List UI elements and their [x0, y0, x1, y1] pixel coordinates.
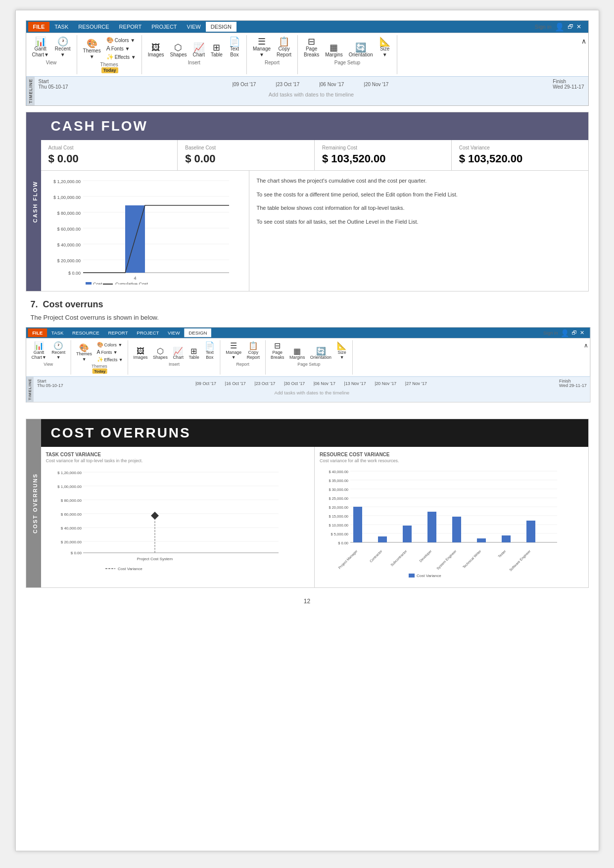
r2-recent-btn[interactable]: 🕐 Recent▼: [49, 341, 67, 361]
fonts-btn[interactable]: A Fonts ▼: [105, 45, 138, 52]
insert-group-label: Insert: [188, 60, 200, 65]
r2-fonts-btn[interactable]: A Fonts ▼: [95, 348, 124, 355]
r2-recent-icon: 🕐: [53, 342, 63, 350]
svg-text:$ 0.00: $ 0.00: [68, 271, 80, 276]
remaining-cost-value: $ 103,520.00: [322, 152, 444, 165]
r2-gantt-label: GanttChart▼: [31, 350, 46, 360]
r2-orientation-label: Orientation: [310, 355, 331, 360]
r2-copy-report-btn[interactable]: 📋 CopyReport: [245, 341, 261, 361]
r2-themes-btn[interactable]: 🎨 Themes▼: [74, 343, 94, 363]
r2-shapes-btn[interactable]: ⬡ Shapes: [151, 346, 169, 361]
gantt-icon: 📊: [35, 37, 46, 46]
timeline-row-2: TIMELINE StartThu 05-10-17 |09 Oct '17 |…: [26, 376, 590, 402]
page-setup-group-label: Page Setup: [334, 60, 360, 65]
recent-btn[interactable]: 🕐 Recent▼: [53, 36, 73, 59]
tab-resource[interactable]: RESOURCE: [73, 22, 114, 32]
r2-images-btn[interactable]: 🖼 Images: [132, 346, 149, 361]
r2-date-4: |30 Oct '17: [284, 381, 305, 386]
margins-btn[interactable]: ▦ Margins: [323, 42, 345, 59]
r2-chart-btn[interactable]: 📈 Chart: [171, 346, 185, 361]
svg-text:$ 80,000.00: $ 80,000.00: [57, 211, 81, 216]
sign-in-link[interactable]: Sign in: [535, 24, 552, 30]
table-btn[interactable]: ⊞ Table: [209, 42, 225, 59]
restore-icon[interactable]: 🗗: [567, 23, 573, 30]
insert-group-items: 🖼 Images ⬡ Shapes 📈 Chart ⊞ Table: [146, 36, 242, 59]
r2-restore-icon[interactable]: 🗗: [571, 330, 577, 336]
effects-btn[interactable]: ✨ Effects ▼: [105, 53, 138, 61]
page-setup-group-items: ⊟ PageBreaks ▦ Margins 🔄 Orientation 📐 S…: [302, 36, 393, 59]
tab-view[interactable]: VIEW: [182, 22, 206, 32]
size-btn[interactable]: 📐 Size▼: [377, 36, 393, 59]
r2-margins-icon: ▦: [293, 347, 301, 355]
desc-line-1: The chart shows the project's cumulative…: [257, 177, 581, 186]
section7-number: 7.: [31, 299, 38, 310]
report-group-label: Report: [265, 60, 280, 65]
r2-textbox-label: TextBox: [205, 350, 213, 360]
tab-file[interactable]: FILE: [28, 22, 50, 32]
svg-text:Cost Variance: Cost Variance: [417, 574, 441, 578]
copy-report-label: CopyReport: [277, 46, 291, 58]
textbox-btn[interactable]: 📄 TextBox: [227, 36, 242, 59]
r2-tab-file[interactable]: FILE: [28, 329, 47, 338]
actual-cost-card: Actual Cost $ 0.00: [41, 140, 178, 170]
r2-tab-report[interactable]: REPORT: [103, 329, 132, 338]
r2-close-icon[interactable]: ✕: [579, 330, 584, 336]
themes-label: Themes▼: [83, 48, 101, 60]
r2-page-breaks-btn[interactable]: ⊟ PageBreaks: [269, 341, 285, 361]
svg-text:$ 5,000.00: $ 5,000.00: [331, 532, 348, 536]
r2-tab-view[interactable]: VIEW: [163, 329, 184, 338]
r2-gantt-btn[interactable]: 📊 GanttChart▼: [29, 341, 47, 361]
manage-btn[interactable]: ☰ Manage▼: [251, 36, 273, 59]
shapes-btn[interactable]: ⬡ Shapes: [168, 42, 189, 59]
task-cost-variance-chart: TASK COST VARIANCE Cost variance for all…: [41, 447, 315, 587]
r2-tab-design[interactable]: DESIGN: [184, 329, 211, 338]
orientation-btn[interactable]: 🔄 Orientation: [347, 42, 375, 59]
chart-btn[interactable]: 📈 Chart: [190, 42, 206, 59]
r2-images-label: Images: [133, 355, 147, 360]
r2-orientation-btn[interactable]: 🔄 Orientation: [308, 346, 333, 361]
r2-margins-btn[interactable]: ▦ Margins: [287, 346, 306, 361]
tab-report[interactable]: REPORT: [114, 22, 147, 32]
cash-flow-description: The chart shows the project's cumulative…: [249, 171, 588, 291]
r2-manage-btn[interactable]: ☰ Manage▼: [224, 341, 243, 361]
r2-fonts-label: Fonts ▼: [101, 349, 117, 354]
collapse-ribbon-btn[interactable]: ∧: [579, 35, 588, 74]
r2-size-btn[interactable]: 📐 Size▼: [334, 341, 348, 361]
r2-table-btn[interactable]: ⊞ Table: [187, 346, 200, 361]
r2-shapes-icon: ⬡: [156, 347, 163, 355]
tab-task[interactable]: TASK: [49, 22, 73, 32]
tab-project[interactable]: PROJECT: [146, 22, 182, 32]
timeline-row-1: TIMELINE StartThu 05-10-17 |09 Oct '17 |…: [26, 76, 588, 105]
page-breaks-label: PageBreaks: [304, 46, 319, 58]
r2-tab-project[interactable]: PROJECT: [132, 329, 163, 338]
copy-report-btn[interactable]: 📋 CopyReport: [275, 36, 293, 59]
r2-effects-btn[interactable]: ✨ Effects ▼: [95, 356, 124, 363]
date-4: |20 Nov '17: [364, 82, 388, 87]
close-icon[interactable]: ✕: [576, 23, 581, 30]
svg-text:Technical Writer: Technical Writer: [462, 549, 482, 569]
svg-text:Software Engineer: Software Engineer: [509, 549, 532, 572]
tab-design[interactable]: DESIGN: [206, 22, 236, 32]
svg-text:$ 15,000.00: $ 15,000.00: [329, 514, 348, 519]
r2-tab-task[interactable]: TASK: [47, 329, 67, 338]
ribbon-body-1: 📊 GanttChart▼ 🕐 Recent▼ View 🎨 Themes▼: [26, 33, 588, 76]
colors-icon: 🎨: [106, 37, 114, 44]
themes-btn[interactable]: 🎨 Themes▼: [81, 38, 103, 61]
r2-insert-group: 🖼 Images ⬡ Shapes 📈 Chart ⊞ Table: [128, 340, 221, 375]
r2-collapse-btn[interactable]: ∧: [582, 340, 590, 375]
task-cost-svg: $ 1,20,000.00 $ 1,00,000.00 $ 80,000.00 …: [46, 467, 288, 581]
gantt-chart-btn[interactable]: 📊 GanttChart▼: [30, 36, 51, 59]
r2-tab-resource[interactable]: RESOURCE: [68, 329, 103, 338]
r2-user-icon: 👤: [560, 329, 569, 337]
resource-cost-variance-chart: RESOURCE COST VARIANCE Cost variance for…: [315, 447, 588, 587]
cash-flow-section: CASH FLOW CASH FLOW Actual Cost $ 0.00 B…: [26, 112, 589, 291]
colors-btn[interactable]: 🎨 Colors ▼: [105, 36, 138, 44]
images-icon: 🖼: [151, 43, 160, 52]
page-breaks-btn[interactable]: ⊟ PageBreaks: [302, 36, 321, 59]
r2-sign-in-link[interactable]: Sign in: [543, 330, 558, 336]
cost-overruns-content: COST OVERRUNS TASK COST VARIANCE Cost va…: [41, 419, 588, 587]
images-btn[interactable]: 🖼 Images: [146, 42, 166, 59]
cost-variance-label: Cost Variance: [459, 145, 581, 150]
r2-textbox-btn[interactable]: 📄 TextBox: [202, 341, 216, 361]
r2-colors-btn[interactable]: 🎨 Colors ▼: [95, 341, 124, 348]
